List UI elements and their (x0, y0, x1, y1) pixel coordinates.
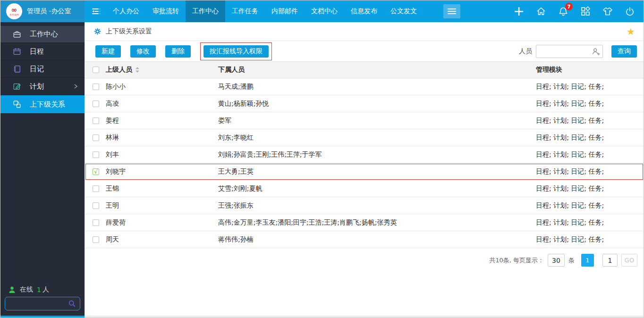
table-row[interactable]: 薛爱荷 高伟;金万里;李玉友;潘阳;田宇;王浩;王涛;肖鹏飞;扬帆;张秀英 日程… (85, 214, 644, 231)
chevron-right-icon (73, 84, 78, 89)
logo-subtext: 华天动力 (9, 14, 19, 16)
tab-document-center[interactable]: 文档中心 (305, 0, 344, 22)
sidebar-search-input[interactable] (5, 300, 68, 307)
sidebar-item-schedule[interactable]: 日程 (0, 43, 85, 60)
tab-info-release[interactable]: 信息发布 (344, 0, 384, 22)
sidebar-item-label: 计划 (30, 82, 44, 91)
notifications-bell-icon[interactable]: 7 (557, 5, 569, 17)
row-checkbox[interactable] (93, 117, 99, 124)
topbar-icons: + 7 (513, 0, 636, 22)
toolbar-search-group: 人员 查询 (519, 45, 637, 58)
tab-personal-office[interactable]: 个人办公 (106, 0, 146, 22)
superior-name: 刘丰 (106, 151, 119, 159)
user-label: 管理员 -办公室 (27, 7, 71, 16)
row-checkbox[interactable] (93, 151, 99, 158)
briefcase-icon (13, 30, 21, 39)
tab-work-center[interactable]: 工作中心 (186, 0, 225, 22)
toolbar: 新建 修改 删除 按汇报线导入权限 人员 查询 (85, 41, 644, 62)
sort-icon[interactable] (135, 67, 140, 73)
go-button[interactable]: GO (621, 254, 637, 267)
row-checkbox[interactable] (93, 84, 99, 90)
subordinates-names: 王大勇;王英 (218, 167, 536, 176)
tab-internal-mail[interactable]: 内部邮件 (265, 0, 305, 22)
page-header: 上下级关系设置 ★ (85, 22, 644, 41)
import-by-report-line-button[interactable]: 按汇报线导入权限 (203, 45, 269, 58)
table-row[interactable]: 周天 蒋伟伟;孙楠 日程; 计划; 日记; 任务; (85, 231, 644, 248)
superior-name: 姜程 (106, 117, 119, 125)
superior-name: 刘晓宇 (106, 167, 126, 176)
home-icon[interactable] (535, 5, 547, 17)
table-row[interactable]: 王锦 艾雪;刘刚;夏帆 日程; 计划; 日记; 任务; (85, 180, 644, 197)
more-menu-icon[interactable] (443, 4, 460, 18)
sidebar-item-label: 上下级关系 (30, 100, 65, 109)
new-button[interactable]: 新建 (95, 45, 121, 58)
person-label: 人员 (519, 47, 532, 56)
superior-name: 陈小小 (106, 83, 126, 91)
table-row[interactable]: 王明 王强;张振东 日程; 计划; 日记; 任务; (85, 197, 644, 214)
select-all-checkbox[interactable] (93, 67, 99, 73)
favorite-star-icon[interactable]: ★ (627, 27, 635, 36)
collapse-menu-icon[interactable] (85, 0, 106, 22)
row-checkbox[interactable]: √ (93, 168, 99, 175)
tab-official-document[interactable]: 公文发文 (384, 0, 424, 22)
apps-grid-icon[interactable] (579, 5, 592, 17)
subordinates-names: 王强;张振东 (218, 201, 536, 210)
superior-name: 高凌 (106, 100, 119, 108)
row-checkbox[interactable] (93, 134, 99, 141)
search-icon[interactable] (68, 300, 76, 308)
sidebar-item-diary[interactable]: 日记 (0, 60, 85, 78)
person-add-icon[interactable] (591, 47, 601, 56)
row-checkbox[interactable] (93, 202, 99, 209)
sidebar-search-box (5, 297, 80, 310)
topbar: ∞ 华天动力 管理员 -办公室 个人办公 审批流转 工作中心 工作任务 内部邮件… (0, 0, 644, 22)
top-nav: 个人办公 审批流转 工作中心 工作任务 内部邮件 文档中心 信息发布 公文发文 … (85, 0, 644, 22)
row-checkbox[interactable] (93, 185, 99, 192)
managed-modules: 日程; 计划; 日记; 任务; (536, 201, 644, 210)
superior-name: 王明 (106, 201, 119, 210)
table-row[interactable]: 林琳 刘东;李晓红 日程; 计划; 日记; 任务; (85, 129, 644, 146)
table-body: 陈小小 马天成;潘鹏 日程; 计划; 日记; 任务; 高凌 黄山;杨新颖;孙悦 … (85, 78, 644, 248)
tab-work-tasks[interactable]: 工作任务 (225, 0, 265, 22)
managed-modules: 日程; 计划; 日记; 任务; (536, 235, 644, 244)
table-row[interactable]: 高凌 黄山;杨新颖;孙悦 日程; 计划; 日记; 任务; (85, 95, 644, 112)
header-subordinates: 下属人员 (218, 66, 536, 74)
online-label: 在线 (20, 285, 33, 294)
header-superior: 上级人员 (106, 66, 132, 74)
sidebar-item-work-center[interactable]: 工作中心 (0, 26, 85, 43)
row-checkbox[interactable] (93, 219, 99, 226)
subordinates-names: 黄山;杨新颖;孙悦 (218, 100, 536, 108)
edit-button[interactable]: 修改 (130, 45, 156, 58)
managed-modules: 日程; 计划; 日记; 任务; (536, 184, 644, 193)
table-row[interactable]: √ 刘晓宇 王大勇;王英 日程; 计划; 日记; 任务; (85, 163, 644, 180)
current-page-button[interactable]: 1 (581, 254, 594, 267)
shirt-icon[interactable] (602, 5, 614, 17)
subordinates-names: 高伟;金万里;李玉友;潘阳;田宇;王浩;王涛;肖鹏飞;扬帆;张秀英 (218, 218, 536, 227)
online-user-icon (8, 286, 16, 294)
managed-modules: 日程; 计划; 日记; 任务; (536, 218, 644, 227)
table-row[interactable]: 刘丰 刘娟;孙富贵;王刚;王伟;王萍;于学军 日程; 计划; 日记; 任务; (85, 146, 644, 163)
page-size-input[interactable] (548, 254, 565, 267)
row-checkbox[interactable] (93, 236, 99, 243)
managed-modules: 日程; 计划; 日记; 任务; (536, 134, 644, 142)
sidebar-item-label: 日程 (30, 47, 44, 56)
row-checkbox[interactable] (93, 100, 99, 107)
pagination-unit-label: 条 (568, 256, 575, 265)
notification-badge: 7 (565, 3, 573, 10)
table-row[interactable]: 姜程 娄军 日程; 计划; 日记; 任务; (85, 112, 644, 129)
gear-icon (93, 27, 102, 35)
managed-modules: 日程; 计划; 日记; 任务; (536, 117, 644, 125)
app-logo: ∞ 华天动力 (6, 3, 22, 19)
add-icon[interactable]: + (513, 5, 525, 17)
page-title: 上下级关系设置 (106, 27, 152, 36)
table-row[interactable]: 陈小小 马天成;潘鹏 日程; 计划; 日记; 任务; (85, 78, 644, 95)
query-button[interactable]: 查询 (611, 45, 637, 58)
subordinates-names: 蒋伟伟;孙楠 (218, 235, 536, 244)
tab-approval-flow[interactable]: 审批流转 (146, 0, 186, 22)
bottom-strip (85, 316, 644, 318)
sidebar-item-plan[interactable]: 计划 (0, 78, 85, 95)
sidebar-item-superior-subordinate[interactable]: 上下级关系 (0, 95, 85, 113)
annotation-red-box: 按汇报线导入权限 (200, 42, 272, 60)
goto-page-input[interactable] (602, 254, 618, 267)
power-logout-icon[interactable] (624, 5, 636, 17)
delete-button[interactable]: 删除 (165, 45, 191, 58)
